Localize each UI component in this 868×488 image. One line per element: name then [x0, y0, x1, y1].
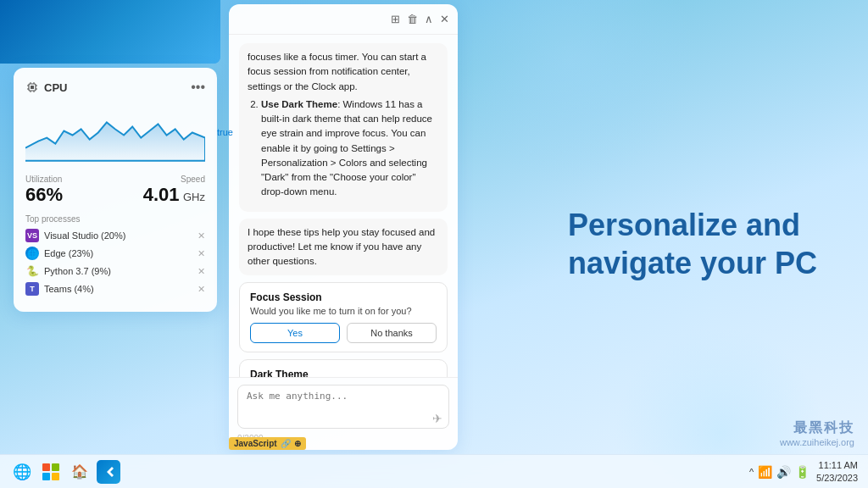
focus-session-title: Focus Session: [250, 291, 437, 303]
chat-toolbar: ⊞ 🗑 ∧ ✕: [229, 4, 458, 35]
process-name: Python 3.7 (9%): [44, 266, 111, 276]
send-icon[interactable]: ✈: [432, 412, 442, 425]
speed-value: 4.01: [143, 184, 180, 205]
svg-rect-1: [31, 86, 34, 89]
process-close-1[interactable]: ✕: [198, 230, 205, 241]
process-close-3[interactable]: ✕: [198, 266, 205, 277]
js-link-icon[interactable]: 🔗: [281, 439, 291, 448]
watermark-cn-text: 最黑科技: [780, 419, 854, 437]
top-thumb: [0, 0, 220, 64]
edge-icon: 🌐: [25, 247, 39, 260]
js-new-tab-icon[interactable]: ⊕: [294, 439, 301, 448]
chat-trash-icon[interactable]: 🗑: [407, 13, 418, 25]
speed-label: Speed: [143, 175, 205, 184]
focus-session-card: Focus Session Would you like me to turn …: [239, 282, 448, 352]
list-item: VS Visual Studio (20%) ✕: [25, 229, 205, 242]
dark-theme-title: Dark Theme: [250, 369, 437, 377]
chat-input[interactable]: [237, 385, 449, 429]
watermark: 最黑科技 www.zuiheikej.org: [780, 419, 854, 447]
list-item: 🌐 Edge (23%) ✕: [25, 247, 205, 260]
taskbar-battery-icon[interactable]: 🔋: [795, 465, 810, 479]
chat-close-icon[interactable]: ✕: [440, 13, 449, 25]
taskbar-vscode-icon[interactable]: [97, 460, 120, 484]
list-item: 🐍 Python 3.7 (9%) ✕: [25, 264, 205, 278]
process-close-2[interactable]: ✕: [198, 248, 205, 259]
js-tag: JavaScript 🔗 ⊕: [229, 437, 306, 450]
cpu-more-button[interactable]: •••: [191, 80, 205, 95]
focus-yes-button[interactable]: Yes: [250, 323, 340, 343]
chat-hope-message: I hope these tips help you stay focused …: [239, 219, 448, 276]
taskbar-chevron-icon[interactable]: ^: [749, 467, 754, 477]
taskbar-sys-icons: ^ 📶 🔊 🔋: [749, 465, 810, 479]
taskbar: 🌐 🏠 ^ 📶 🔊 🔋 11:11 AM 5/23/2023: [0, 454, 868, 488]
taskbar-date: 5/23/2023: [816, 472, 858, 484]
speed-unit: GHz: [183, 191, 205, 203]
hero-text-block: Personalize and navigate your PC: [568, 206, 817, 282]
taskbar-right: ^ 📶 🔊 🔋 11:11 AM 5/23/2023: [749, 459, 858, 484]
cpu-icon: [25, 80, 39, 94]
dark-theme-card: Dark Theme Would you like to switch to D…: [239, 359, 448, 377]
cpu-graph: [25, 103, 205, 163]
chat-grid-icon[interactable]: ⊞: [391, 13, 400, 25]
taskbar-clock[interactable]: 11:11 AM 5/23/2023: [816, 459, 858, 484]
taskbar-start-button[interactable]: [39, 460, 63, 484]
teams-icon: T: [25, 282, 39, 296]
watermark-url: www.zuiheikej.org: [780, 437, 854, 447]
cpu-title: CPU: [25, 80, 67, 94]
chat-messages: focuses like a focus timer. You can star…: [229, 35, 458, 377]
process-name: Edge (23%): [44, 248, 93, 258]
list-item: T Teams (4%) ✕: [25, 282, 205, 296]
process-name: Teams (4%): [44, 284, 94, 294]
taskbar-left: 🌐 🏠: [10, 460, 120, 484]
taskbar-time: 11:11 AM: [816, 459, 858, 471]
js-tag-label: JavaScript: [234, 439, 277, 448]
cpu-stats: Utilization 66% Speed 4.01 GHz: [25, 175, 205, 206]
hero-heading: Personalize and navigate your PC: [568, 206, 817, 282]
taskbar-volume-icon[interactable]: 🔊: [776, 465, 791, 479]
taskbar-wifi-icon[interactable]: 📶: [758, 465, 772, 479]
process-close-4[interactable]: ✕: [198, 284, 205, 295]
taskbar-edge-icon[interactable]: 🌐: [10, 460, 34, 484]
process-name: Visual Studio (20%): [44, 230, 125, 241]
chat-expand-icon[interactable]: ∧: [425, 13, 433, 25]
focus-session-subtitle: Would you like me to turn it on for you?: [250, 306, 437, 316]
processes-label: Top processes: [25, 214, 205, 224]
true-label: true: [217, 127, 233, 137]
cpu-widget: CPU ••• Utilization 66% Speed 4.01 GHz T…: [14, 68, 217, 312]
chat-panel: ⊞ 🗑 ∧ ✕ focuses like a focus timer. You …: [229, 4, 458, 450]
utilization-value: 66%: [25, 184, 63, 206]
utilization-label: Utilization: [25, 175, 63, 184]
python-icon: 🐍: [25, 264, 39, 278]
chat-message-1: focuses like a focus timer. You can star…: [239, 43, 448, 212]
focus-no-button[interactable]: No thanks: [347, 323, 437, 343]
vs-icon: VS: [25, 229, 39, 242]
taskbar-home-icon[interactable]: 🏠: [68, 460, 92, 484]
